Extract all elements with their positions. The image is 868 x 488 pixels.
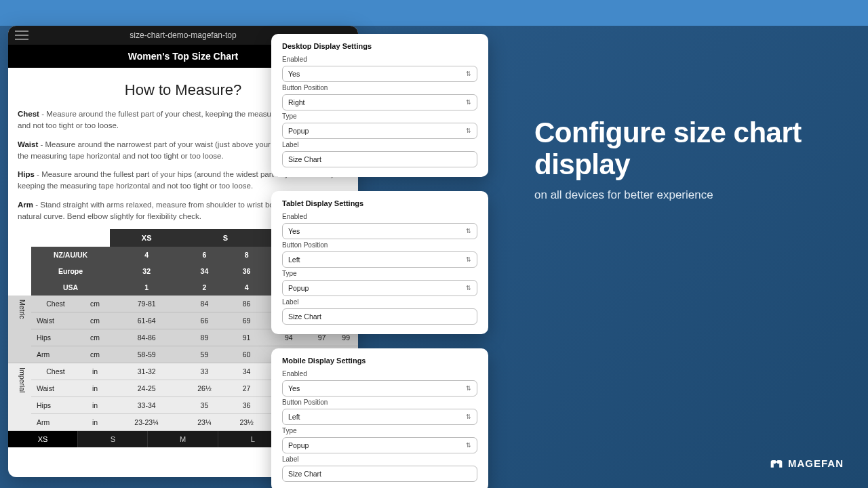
enabled-label: Enabled	[282, 370, 477, 378]
brand-logo: MAGEFAN	[770, 458, 844, 469]
button-position-label: Button Position	[282, 399, 477, 406]
size-tab[interactable]: XS	[8, 431, 78, 447]
enabled-select[interactable]: Yes⇅	[282, 223, 477, 239]
button-position-label: Button Position	[282, 84, 477, 92]
button-position-label: Button Position	[282, 241, 477, 249]
size-tab[interactable]: S	[78, 431, 148, 447]
hamburger-icon[interactable]	[15, 30, 28, 40]
brand-text: MAGEFAN	[788, 458, 844, 469]
desktop-display-settings: Desktop Display SettingsEnabledYes⇅Butto…	[271, 34, 488, 177]
enabled-select[interactable]: Yes⇅	[282, 66, 477, 82]
chevron-updown-icon: ⇅	[466, 443, 471, 449]
label-label: Label	[282, 141, 477, 148]
chevron-updown-icon: ⇅	[466, 71, 471, 77]
type-label: Type	[282, 427, 477, 434]
chevron-updown-icon: ⇅	[466, 386, 471, 392]
type-select[interactable]: Popup⇅	[282, 437, 477, 453]
size-tab[interactable]: M	[148, 431, 218, 447]
marketing-subtext: on all devices for better experience	[534, 188, 841, 202]
enabled-select[interactable]: Yes⇅	[282, 380, 477, 396]
chevron-updown-icon: ⇅	[466, 257, 471, 263]
marketing-copy: Configure size chart display on all devi…	[534, 117, 841, 202]
label-label: Label	[282, 455, 477, 463]
label-input[interactable]: Size Chart	[282, 466, 477, 482]
type-label: Type	[282, 113, 477, 120]
type-label: Type	[282, 270, 477, 277]
chevron-updown-icon: ⇅	[466, 128, 471, 134]
label-input[interactable]: Size Chart	[282, 151, 477, 167]
enabled-label: Enabled	[282, 213, 477, 220]
button-position-select[interactable]: Left⇅	[282, 251, 477, 268]
chevron-updown-icon: ⇅	[466, 100, 471, 106]
brand-icon	[770, 458, 783, 469]
type-select[interactable]: Popup⇅	[282, 123, 477, 139]
chevron-updown-icon: ⇅	[466, 414, 471, 420]
marketing-headline: Configure size chart display	[534, 117, 841, 180]
card-title: Tablet Display Settings	[282, 199, 477, 207]
type-select[interactable]: Popup⇅	[282, 280, 477, 296]
top-stripe	[0, 0, 868, 26]
chevron-updown-icon: ⇅	[466, 285, 471, 291]
mobile-display-settings: Mobile Display SettingsEnabledYes⇅Button…	[271, 348, 488, 488]
card-title: Desktop Display Settings	[282, 42, 477, 50]
card-title: Mobile Display Settings	[282, 357, 477, 365]
chevron-updown-icon: ⇅	[466, 228, 471, 235]
tablet-display-settings: Tablet Display SettingsEnabledYes⇅Button…	[271, 191, 488, 334]
button-position-select[interactable]: Left⇅	[282, 409, 477, 425]
label-label: Label	[282, 298, 477, 306]
label-input[interactable]: Size Chart	[282, 308, 477, 325]
enabled-label: Enabled	[282, 56, 477, 63]
button-position-select[interactable]: Right⇅	[282, 94, 477, 110]
